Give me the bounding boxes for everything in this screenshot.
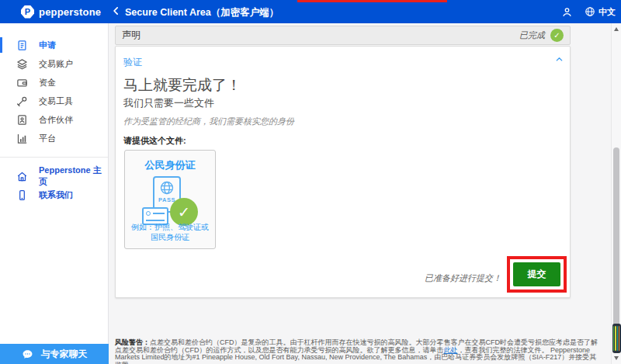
document-card-citizen-id[interactable]: 公民身份证 PASS ✓ 例如：护照、驾驶证或国民身份证 (124, 150, 216, 249)
sidebar-item-label: 交易工具 (39, 95, 73, 107)
sidebar: 申请 交易账户 资金 交易工具 (0, 23, 109, 364)
verification-subheading: 我们只需要一些文件 (123, 96, 214, 110)
verification-heading: 马上就要完成了！ (123, 75, 241, 95)
ready-to-submit-text: 已准备好进行提交！ (425, 272, 501, 284)
chevron-left-icon (111, 5, 122, 16)
risk-warning-label: 风险警告： (115, 338, 150, 346)
annotation-red-box: 提交 (507, 256, 567, 293)
home-icon (16, 171, 28, 182)
sidebar-item-trading-accounts[interactable]: 交易账户 (0, 54, 108, 73)
sidebar-item-pepperstone-home[interactable]: Pepperstone 主页 (0, 167, 108, 185)
pepperstone-logo-icon: P (21, 5, 34, 19)
declaration-section-header[interactable]: 声明 已完成 ✓ (115, 26, 571, 45)
sidebar-item-application[interactable]: 申请 (0, 36, 108, 54)
check-circle-icon: ✓ (550, 29, 564, 42)
sidebar-divider (0, 157, 108, 158)
globe-icon (159, 180, 175, 196)
tools-icon (16, 95, 28, 107)
sidebar-link-group: Pepperstone 主页 联系我们 (0, 165, 108, 204)
chat-button-label: 与专家聊天 (41, 348, 88, 361)
globe-icon (585, 6, 595, 17)
account-icon (561, 6, 573, 18)
document-examples: 例如：护照、驾驶证或国民身份证 (129, 222, 211, 242)
sidebar-item-platforms[interactable]: 平台 (0, 129, 108, 147)
verification-title: 验证 (123, 56, 142, 69)
risk-warning-footer: 风险警告：点差交易和差价合约（CFD）是复杂的工具。由于杠杆作用而存在快速亏损的… (115, 339, 599, 364)
header-actions: 中文 (561, 0, 616, 23)
verification-section: 验证 马上就要完成了！ 我们只需要一些文件 作为受监管的经纪商，我们需要核实您的… (115, 46, 571, 298)
declaration-status-group: 已完成 ✓ (519, 29, 564, 42)
app-header: P pepperstone Secure Client Area（加密客户端） … (0, 0, 621, 23)
collapse-button[interactable] (555, 54, 564, 66)
scrollbar-thumb[interactable] (613, 147, 619, 353)
pepperstone-brand: P pepperstone (21, 0, 101, 23)
sidebar-item-partners[interactable]: 合作伙伴 (0, 110, 108, 129)
verification-note: 作为受监管的经纪商，我们需要核实您的身份 (123, 116, 294, 127)
back-button[interactable] (110, 5, 123, 18)
vertical-scrollbar (611, 23, 621, 364)
chevron-up-icon (555, 55, 564, 64)
sidebar-item-label: 申请 (39, 40, 56, 51)
risk-warning-link[interactable]: 此处 (444, 346, 458, 354)
wallet-icon (16, 77, 28, 88)
chat-bubble-icon (22, 348, 33, 360)
brand-text: pepperstone (39, 6, 101, 18)
sidebar-item-label: 交易账户 (39, 58, 73, 70)
language-label: 中文 (598, 6, 616, 18)
scroll-down-arrow[interactable] (614, 356, 619, 360)
partners-icon (16, 114, 28, 126)
language-switcher[interactable]: 中文 (585, 6, 616, 18)
verification-instruction: 请提供这个文件: (123, 135, 186, 147)
scroll-up-arrow[interactable] (614, 27, 619, 31)
annotation-red-line (297, 0, 447, 2)
submit-button[interactable]: 提交 (513, 262, 560, 286)
declaration-status: 已完成 (519, 29, 545, 41)
account-button[interactable] (561, 6, 573, 18)
sidebar-item-label: 平台 (39, 133, 56, 144)
sidebar-item-label: 资金 (39, 77, 56, 88)
declaration-title: 声明 (122, 29, 141, 42)
platforms-icon (16, 133, 28, 144)
page-title: Secure Client Area（加密客户端） (125, 6, 279, 19)
document-icon (16, 40, 28, 51)
scrollbar-extension-marker (612, 324, 621, 353)
sidebar-item-contact-us[interactable]: 联系我们 (0, 185, 108, 204)
sidebar-main-group: 申请 交易账户 资金 交易工具 (0, 23, 108, 147)
chat-button[interactable]: 与专家聊天 (0, 344, 109, 364)
document-card-title: 公民身份证 (125, 158, 215, 172)
sidebar-item-label: Pepperstone 主页 (39, 165, 108, 188)
sidebar-item-funds[interactable]: 资金 (0, 73, 108, 92)
secure-client-area-app: P pepperstone Secure Client Area（加密客户端） … (0, 0, 621, 364)
sidebar-item-label: 联系我们 (39, 189, 73, 201)
sidebar-item-trading-tools[interactable]: 交易工具 (0, 92, 108, 110)
layers-icon (16, 58, 28, 70)
sidebar-item-label: 合作伙伴 (39, 114, 73, 126)
phone-icon (16, 189, 28, 201)
